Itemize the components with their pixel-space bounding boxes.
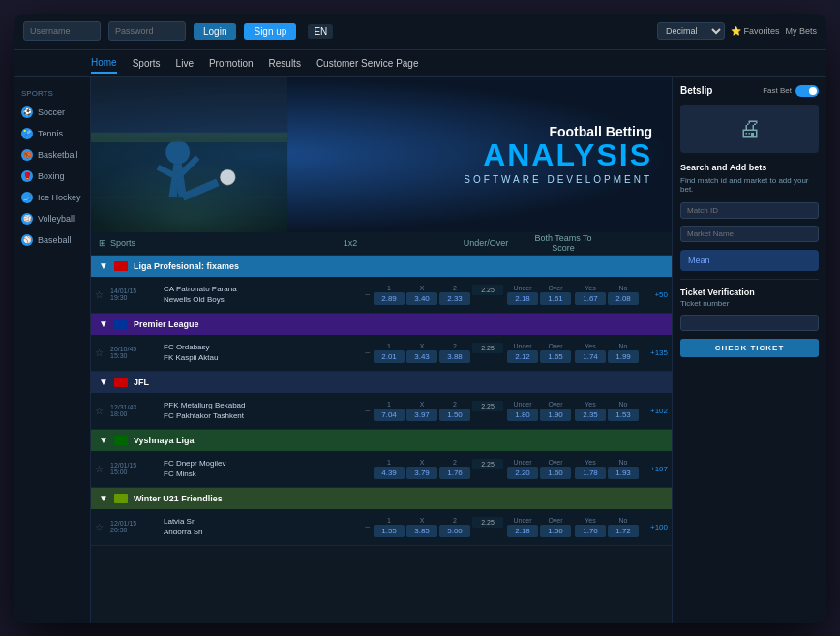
league-name-premier: Premier League — [134, 319, 199, 329]
odds-btn-1[interactable]: 2.01 — [374, 350, 405, 363]
sidebar-item-volleyball[interactable]: 🏐 Volleyball — [14, 208, 90, 229]
no-btn[interactable]: 1.99 — [608, 350, 639, 363]
odds-btn-2[interactable]: 1.50 — [439, 409, 470, 421]
under-btn[interactable]: 1.80 — [507, 409, 538, 421]
ticket-number-input[interactable] — [680, 315, 819, 331]
league-row-liga[interactable]: ▼ Liga Profesional: fixames — [91, 256, 672, 277]
th-1x2: 1x2 — [292, 238, 408, 248]
handicap-btn[interactable]: 2.25 — [472, 517, 503, 528]
decimal-select[interactable]: Decimal Fractional — [657, 22, 725, 40]
under-btn[interactable]: 2.18 — [507, 292, 538, 305]
favorite-icon[interactable]: ☆ — [95, 406, 110, 416]
signup-button[interactable]: Sign up — [244, 23, 296, 40]
table-row: ☆ 20/10/45 15:30 FC Ordabasy FK Kaspii A… — [91, 335, 672, 372]
username-input[interactable] — [23, 21, 101, 41]
odds-btn-x[interactable]: 3.40 — [406, 292, 437, 305]
sidebar-item-tennis[interactable]: 🎾 Tennis — [14, 123, 90, 144]
odds-btn-x[interactable]: 3.85 — [406, 525, 437, 537]
odds-btn-2[interactable]: 2.33 — [439, 292, 470, 305]
odds-btn-x[interactable]: 3.43 — [406, 350, 437, 363]
sidebar-label-ice-hockey: Ice Hockey — [38, 193, 81, 202]
league-expand-winter[interactable]: ▼ — [99, 493, 108, 503]
no-btn[interactable]: 2.08 — [608, 292, 639, 305]
odds-btn-1[interactable]: 2.89 — [374, 292, 405, 305]
no-btn[interactable]: 1.93 — [608, 467, 639, 479]
sidebar-item-basketball[interactable]: 🏀 Basketball — [14, 144, 90, 166]
under-btn[interactable]: 2.18 — [507, 525, 538, 537]
favorite-icon[interactable]: ☆ — [95, 289, 110, 300]
odds-btn-2[interactable]: 1.76 — [439, 467, 470, 479]
favorite-icon[interactable]: ☆ — [95, 522, 110, 532]
boxing-icon: 🥊 — [21, 170, 33, 182]
ticket-verification-title: Ticket Verification — [680, 288, 819, 297]
favorite-icon[interactable]: ☆ — [95, 348, 110, 358]
check-ticket-button[interactable]: CHECK TICKET — [680, 339, 819, 357]
odds-label-1: 1 — [374, 459, 405, 466]
my-bets-link[interactable]: My Bets — [785, 26, 817, 36]
odds-btn-2[interactable]: 5.00 — [439, 525, 470, 537]
sidebar-item-ice-hockey[interactable]: 🏒 Ice Hockey — [14, 187, 90, 208]
nav-sports[interactable]: Sports — [133, 54, 161, 73]
more-markets-count[interactable]: +107 — [639, 465, 668, 473]
yes-btn[interactable]: 2.35 — [575, 409, 606, 421]
over-btn[interactable]: 1.61 — [540, 292, 571, 305]
team2-name: Andorra Srl — [164, 527, 362, 537]
language-badge[interactable]: EN — [308, 24, 333, 39]
sidebar-item-boxing[interactable]: 🥊 Boxing — [14, 166, 90, 187]
more-markets-count[interactable]: +100 — [639, 523, 668, 531]
odds-btn-1[interactable]: 7.04 — [374, 409, 405, 421]
handicap-btn[interactable]: 2.25 — [472, 343, 503, 353]
more-markets-count[interactable]: +135 — [639, 348, 668, 357]
over-btn[interactable]: 1.56 — [540, 525, 571, 537]
handicap-btn[interactable]: 2.25 — [472, 285, 503, 295]
mean-label: Mean — [688, 256, 710, 265]
sidebar-item-soccer[interactable]: ⚽ Soccer — [14, 102, 90, 123]
league-expand-premier[interactable]: ▼ — [99, 318, 108, 329]
under-btn[interactable]: 2.12 — [507, 350, 538, 363]
match-date: 12/01/15 — [110, 520, 164, 527]
over-btn[interactable]: 1.90 — [540, 409, 571, 421]
sidebar-item-baseball[interactable]: ⚾ Baseball — [14, 229, 90, 251]
odds-btn-1[interactable]: 1.55 — [374, 525, 405, 537]
odds-uo: Under 2.12 Over 1.65 — [507, 343, 571, 363]
fast-bet-toggle[interactable] — [795, 85, 819, 97]
under-btn[interactable]: 2.20 — [507, 467, 538, 479]
nav-live[interactable]: Live — [176, 54, 194, 73]
league-row-vyshnaya[interactable]: ▼ Vyshnaya Liga — [91, 430, 672, 451]
over-btn[interactable]: 1.60 — [540, 467, 571, 479]
table-row: ☆ 14/01/15 19:30 CA Patronato Parana New… — [91, 277, 672, 314]
more-markets-count[interactable]: +50 — [639, 290, 668, 299]
yes-btn[interactable]: 1.76 — [575, 525, 606, 537]
match-dash: − — [362, 289, 374, 300]
handicap-btn[interactable]: 2.25 — [472, 401, 503, 411]
league-row-jfl[interactable]: ▼ JFL — [91, 372, 672, 393]
market-name-input[interactable] — [680, 226, 819, 242]
league-row-premier[interactable]: ▼ Premier League — [91, 314, 672, 335]
odds-btn-2[interactable]: 3.88 — [439, 350, 470, 363]
no-btn[interactable]: 1.72 — [608, 525, 639, 537]
nav-home[interactable]: Home — [91, 53, 117, 74]
more-markets-count[interactable]: +102 — [639, 407, 668, 415]
over-btn[interactable]: 1.65 — [540, 350, 571, 363]
handicap-btn[interactable]: 2.25 — [472, 459, 503, 469]
password-input[interactable] — [108, 21, 186, 41]
nav-promotion[interactable]: Promotion — [209, 54, 254, 73]
league-row-winter[interactable]: ▼ Winter U21 Friendlies — [91, 488, 672, 509]
league-expand-vyshnaya[interactable]: ▼ — [99, 435, 108, 445]
yes-btn[interactable]: 1.67 — [575, 292, 606, 305]
league-expand-jfl[interactable]: ▼ — [99, 377, 108, 387]
nav-results[interactable]: Results — [269, 54, 301, 73]
odds-btn-x[interactable]: 3.97 — [406, 409, 437, 421]
no-btn[interactable]: 1.53 — [608, 409, 639, 421]
match-id-input[interactable] — [680, 202, 819, 219]
league-expand-liga[interactable]: ▼ — [99, 260, 108, 271]
yes-btn[interactable]: 1.78 — [575, 467, 606, 479]
odds-btn-1[interactable]: 4.39 — [374, 467, 405, 479]
soccer-icon: ⚽ — [21, 106, 33, 118]
favorite-icon[interactable]: ☆ — [95, 464, 110, 474]
favorites-link[interactable]: ⭐ Favorites — [731, 26, 780, 36]
login-button[interactable]: Login — [194, 23, 236, 40]
yes-btn[interactable]: 1.74 — [575, 350, 606, 363]
nav-customer-service[interactable]: Customer Service Page — [316, 54, 419, 73]
odds-btn-x[interactable]: 3.79 — [406, 467, 437, 479]
